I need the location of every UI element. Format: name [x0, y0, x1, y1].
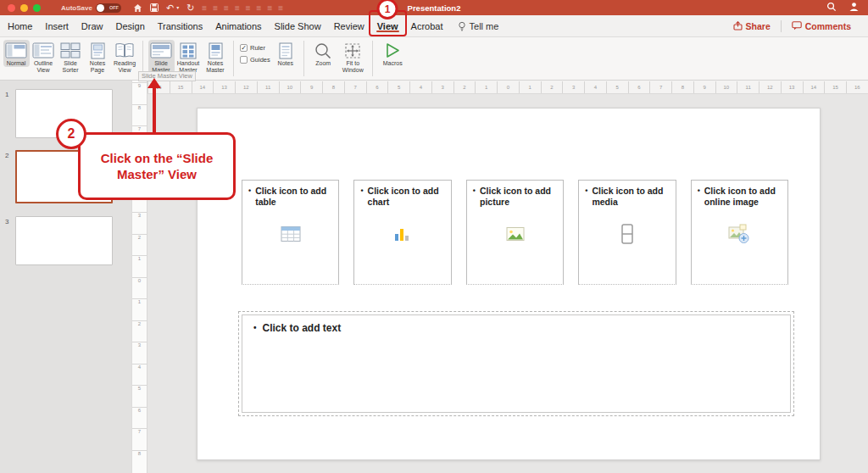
tabbar-actions: Share Comments	[723, 15, 861, 36]
tab-transitions[interactable]: Transitions	[157, 15, 203, 36]
comments-button[interactable]: Comments	[782, 15, 861, 36]
text-placeholder-label: Click to add text	[263, 322, 342, 334]
outline-view-button[interactable]: Outline View	[31, 40, 57, 74]
undo-icon[interactable]: ↶	[166, 3, 174, 13]
autosave-toggle-knob	[97, 4, 104, 12]
fit-to-window-icon	[344, 42, 361, 59]
notes-master-button[interactable]: Notes Master	[203, 40, 229, 74]
tab-view[interactable]: View 1	[376, 15, 399, 36]
minimize-window-button[interactable]	[20, 4, 28, 12]
tab-animations[interactable]: Animations	[214, 15, 262, 36]
annotation-callout-text: Click on the “Slide Master” View	[89, 150, 225, 183]
lightbulb-icon	[458, 21, 466, 31]
notes-page-button[interactable]: Notes Page	[85, 40, 111, 74]
notes-page-icon	[91, 42, 105, 59]
bullet-icon: •	[473, 186, 476, 208]
slide-work-area: •Click icon to add table •Click icon to …	[147, 94, 868, 473]
ribbon-group-divider	[303, 41, 304, 76]
table-icon[interactable]	[281, 226, 301, 242]
tab-acrobat[interactable]: Acrobat	[410, 15, 444, 36]
picture-placeholder[interactable]: •Click icon to add picture	[466, 180, 564, 285]
online-image-placeholder[interactable]: •Click icon to add online image	[691, 180, 788, 285]
tell-me-control[interactable]: Tell me	[458, 15, 499, 36]
fit-to-window-button[interactable]: Fit to Window	[338, 40, 367, 74]
autosave-toggle-state: OFF	[109, 5, 119, 10]
ruler-checkbox-row[interactable]: ✓ Ruler	[240, 44, 270, 52]
placeholder-label: Click icon to add online image	[704, 186, 782, 208]
search-icon[interactable]	[826, 2, 837, 12]
tab-slide-show[interactable]: Slide Show	[274, 15, 322, 36]
tab-review[interactable]: Review	[333, 15, 365, 36]
bullet-icon: •	[585, 186, 587, 208]
normal-view-button[interactable]: Normal	[3, 40, 30, 67]
notes-button[interactable]: Notes	[272, 40, 298, 67]
placeholder-label: Click icon to add media	[592, 186, 669, 208]
tab-insert[interactable]: Insert	[44, 15, 70, 36]
chart-placeholder[interactable]: •Click icon to add chart	[353, 180, 451, 285]
annotation-callout: Click on the “Slide Master” View	[78, 132, 236, 200]
ribbon-tab-bar: Home Insert Draw Design Transitions Anim…	[0, 15, 868, 37]
autosave-toggle[interactable]: OFF	[96, 3, 121, 13]
slide-master-button[interactable]: Slide Master	[148, 40, 175, 74]
placeholder-label: Click icon to add chart	[368, 186, 445, 208]
autosave-label: AutoSave	[61, 4, 92, 12]
online-image-icon[interactable]	[728, 224, 750, 244]
redo-icon[interactable]: ↻	[186, 3, 194, 13]
picture-icon[interactable]	[506, 227, 525, 242]
show-group: ✓ Ruler Guides	[240, 40, 270, 64]
quick-access-toolbar: ↶ ▾ ↻ ≡≡≡≡≡≡≡≡	[133, 3, 283, 13]
autosave-control: AutoSave OFF	[61, 3, 121, 13]
outline-view-icon	[32, 42, 54, 59]
save-icon[interactable]	[150, 3, 159, 12]
macros-button[interactable]: Macros	[377, 40, 408, 67]
document-title: Presentation2	[408, 3, 461, 13]
tab-draw[interactable]: Draw	[81, 15, 104, 36]
zoom-button[interactable]: Zoom	[309, 40, 337, 67]
checkbox-unchecked-icon	[240, 56, 248, 64]
macros-icon	[385, 42, 400, 59]
titlebar-right	[826, 2, 860, 12]
active-tab-underline	[376, 31, 399, 33]
placeholder-label: Click icon to add table	[255, 186, 332, 208]
undo-dropdown-icon[interactable]: ▾	[176, 5, 179, 10]
home-icon[interactable]	[133, 3, 142, 13]
bullet-icon: •	[698, 186, 700, 208]
slide-canvas: •Click icon to add table •Click icon to …	[197, 108, 821, 460]
notes-master-icon	[209, 42, 223, 59]
table-placeholder[interactable]: •Click icon to add table	[242, 180, 339, 285]
slide-sorter-icon	[60, 42, 81, 59]
slide-thumbnail-3[interactable]	[15, 216, 113, 265]
tab-home[interactable]: Home	[7, 15, 33, 36]
account-icon[interactable]	[849, 2, 860, 12]
guides-checkbox-row[interactable]: Guides	[240, 56, 270, 64]
share-icon	[733, 21, 743, 31]
text-placeholder[interactable]: •Click to add text	[242, 314, 791, 413]
handout-master-button[interactable]: Handout Master	[175, 40, 202, 74]
ribbon-view-tab-content: Normal Outline View Slide Sorter Notes P…	[0, 37, 868, 81]
checkbox-checked-icon: ✓	[240, 44, 248, 52]
close-window-button[interactable]	[8, 4, 15, 12]
ribbon-group-divider	[233, 41, 234, 76]
chart-icon[interactable]	[393, 226, 412, 242]
slide-master-icon	[150, 42, 172, 59]
annotation-step1-badge: 1	[377, 0, 398, 19]
content-placeholder-row: •Click icon to add table •Click icon to …	[242, 180, 788, 285]
zoom-icon	[314, 42, 331, 59]
traffic-lights	[8, 4, 41, 12]
handout-master-icon	[180, 42, 197, 59]
ribbon-group-divider	[372, 41, 373, 76]
media-icon[interactable]	[620, 224, 633, 245]
bullet-icon: •	[360, 186, 363, 208]
bullet-icon: •	[253, 323, 257, 334]
normal-view-icon	[5, 42, 27, 59]
reading-view-button[interactable]: Reading View	[112, 40, 138, 74]
share-button[interactable]: Share	[723, 15, 781, 36]
zoom-window-button[interactable]	[33, 4, 41, 12]
app-window: AutoSave OFF ↶ ▾ ↻ ≡≡≡≡≡≡≡≡ Presentation…	[0, 0, 868, 473]
tab-design[interactable]: Design	[115, 15, 146, 36]
thumbnail-number: 2	[5, 152, 8, 159]
annotation-arrow-line	[153, 87, 156, 135]
bullet-icon: •	[248, 186, 251, 208]
media-placeholder[interactable]: •Click icon to add media	[578, 180, 676, 285]
slide-sorter-button[interactable]: Slide Sorter	[58, 40, 84, 74]
